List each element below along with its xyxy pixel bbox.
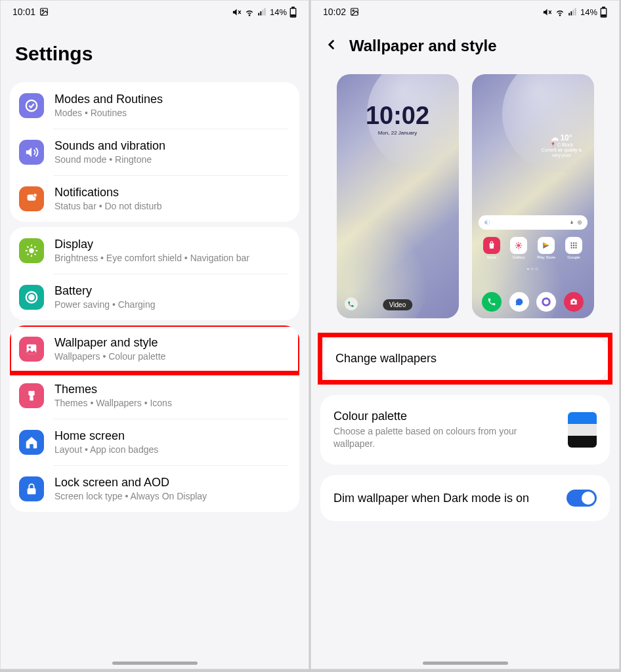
gallery-status-icon [39,7,49,16]
svg-rect-6 [265,8,266,15]
svg-point-45 [570,247,572,248]
svg-point-18 [28,346,31,348]
svg-point-44 [575,245,576,246]
svg-point-2 [249,15,249,16]
svg-point-23 [559,15,560,16]
item-title: Home screen [54,429,158,443]
item-sub: Status bar • Do not disturb [54,201,162,211]
svg-point-40 [573,242,574,243]
lock-preview-time: 10:02 [337,102,459,130]
item-sub: Brightness • Eye comfort shield • Naviga… [54,253,249,263]
item-title: Modes and Routines [54,93,163,106]
settings-item-lock[interactable]: Lock screen and AODScreen lock type • Al… [10,465,299,512]
svg-rect-19 [30,396,33,400]
browser-icon [536,292,556,312]
colour-palette-row[interactable]: Colour palette Choose a palette based on… [320,395,610,465]
settings-item-modes[interactable]: Modes and RoutinesModes • Routines [10,82,299,129]
dock-row [479,292,588,312]
camera-icon [564,292,584,312]
messages-icon [509,292,529,312]
highlight-change-wallpapers: Change wallpapers [318,333,612,385]
check-icon [19,93,44,118]
svg-point-41 [575,242,576,243]
svg-point-39 [570,242,572,243]
svg-rect-8 [292,7,294,8]
settings-item-home[interactable]: Home screenLayout • App icon badges [10,419,299,465]
svg-rect-5 [262,9,263,15]
item-sub: Sound mode • Ringtone [54,154,165,165]
sound-icon [19,140,44,165]
item-sub: Power saving • Charging [54,299,156,310]
brightness-icon [19,238,44,263]
header: Settings [1,23,309,77]
svg-point-42 [570,245,572,246]
settings-item-sounds[interactable]: Sounds and vibrationSound mode • Rington… [10,129,299,175]
wifi-icon [555,7,565,17]
wifi-icon [244,7,255,17]
svg-point-38 [517,244,521,247]
svg-rect-3 [258,12,259,15]
change-wallpapers-row[interactable]: Change wallpapers [322,337,608,380]
status-bar: 10:02 14% [311,1,619,23]
item-title: Notifications [54,186,162,200]
app-play-store: Play Store [537,237,555,259]
item-sub: Modes • Routines [54,108,163,118]
back-button[interactable] [323,36,340,56]
change-wallpapers-label: Change wallpapers [335,352,595,366]
settings-group: Modes and RoutinesModes • RoutinesSounds… [10,82,299,222]
svg-point-37 [579,222,580,223]
highlight-wallpaper-style: Wallpaper and styleWallpapers • Colour p… [10,326,299,372]
phone-icon [482,292,502,312]
palette-swatch [568,412,597,448]
svg-point-16 [29,295,33,299]
battery-icon [600,7,607,18]
weather-widget: ☁10° 📍 C Block Current air quality is ve… [539,133,585,158]
settings-item-battery[interactable]: BatteryPower saving • Charging [10,274,299,320]
status-battery: 14% [580,7,597,17]
svg-point-1 [42,10,43,11]
settings-screen: 10:01 14% Settings Modes and RoutinesMod… [0,0,309,669]
svg-rect-25 [570,11,572,15]
app-gallery: Gallery [510,237,527,259]
item-title: Themes [54,383,172,396]
svg-rect-24 [568,12,570,15]
page-title: Wallpaper and style [349,37,497,55]
dim-wallpaper-toggle[interactable] [567,490,597,507]
svg-rect-9 [291,14,295,16]
settings-item-display[interactable]: DisplayBrightness • Eye comfort shield •… [10,227,299,274]
settings-item-themes[interactable]: ThemesThemes • Wallpapers • Icons [10,372,299,419]
home-icon [19,430,44,455]
settings-item-notifications[interactable]: NotificationsStatus bar • Do not disturb [10,175,299,222]
item-title: Display [54,238,249,251]
settings-item-wallpaper[interactable]: Wallpaper and styleWallpapers • Colour p… [10,326,299,372]
status-bar: 10:01 14% [1,1,309,23]
svg-point-46 [573,247,574,248]
video-chip: Video [383,299,412,310]
nav-handle[interactable] [112,662,198,665]
settings-group: Wallpaper and styleWallpapers • Colour p… [10,326,299,512]
app-store: Store [483,237,500,259]
svg-point-36 [578,220,581,224]
wallpaper-icon [19,337,44,362]
lock-icon [19,476,44,501]
page-indicator: • ○ ○ [472,266,594,272]
svg-rect-29 [603,7,605,8]
app-google: Google [565,237,582,259]
item-sub: Themes • Wallpapers • Icons [54,398,172,408]
svg-point-13 [33,193,37,197]
status-time: 10:01 [12,7,35,17]
battery-icon [19,285,44,310]
item-title: Wallpaper and style [54,336,165,350]
svg-rect-26 [572,9,574,15]
chevron-left-icon [323,36,340,53]
home-screen-preview[interactable]: ☁10° 📍 C Block Current air quality is ve… [472,74,594,318]
lock-screen-preview[interactable]: 10:02 Mon, 22 January Video [337,74,459,318]
gallery-status-icon [350,7,359,16]
svg-point-50 [572,301,575,304]
svg-rect-4 [260,11,261,15]
nav-handle[interactable] [423,662,508,665]
dim-wallpaper-row[interactable]: Dim wallpaper when Dark mode is on [320,475,610,521]
svg-rect-27 [575,8,576,15]
svg-point-43 [573,245,574,246]
themes-icon [19,383,44,408]
